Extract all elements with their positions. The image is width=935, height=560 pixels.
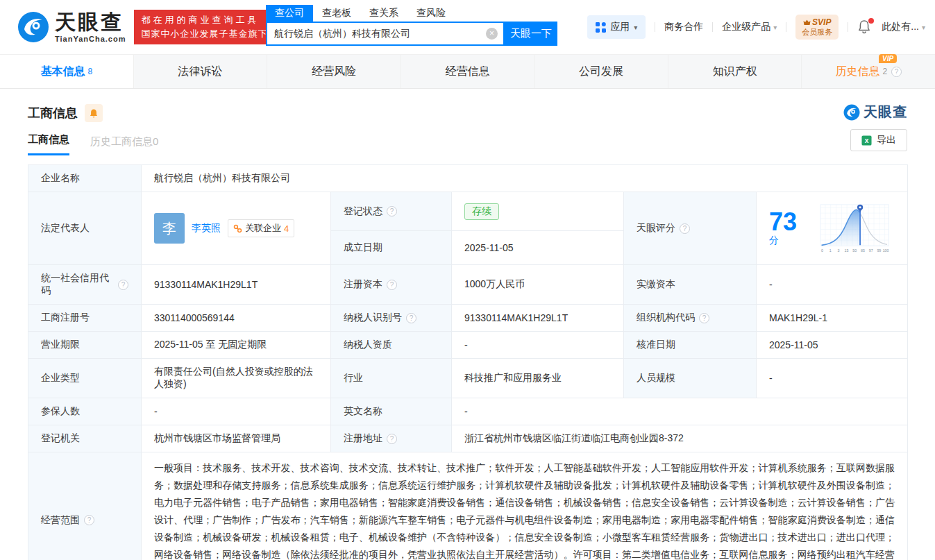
field-label: 成立日期 [331, 231, 452, 265]
export-button[interactable]: x 导出 [850, 129, 907, 151]
bell-icon [89, 108, 99, 119]
account-label: 此处有... [882, 21, 919, 33]
divider [655, 22, 655, 32]
account-menu[interactable]: 此处有... ▾ [882, 21, 925, 33]
field-value: MAK1H29L-1 [757, 305, 908, 332]
subscribe-bell-button[interactable] [85, 104, 103, 122]
business-registration-table: 企业名称 航行锐启（杭州）科技有限公司 法定代表人 李 李英照 关联企业 4 [28, 164, 908, 560]
subtab-business-registration[interactable]: 工商信息 [28, 133, 69, 155]
field-label: 天眼评分 ? [624, 192, 757, 265]
help-icon[interactable]: ? [118, 280, 128, 290]
field-label: 英文名称 [331, 398, 452, 425]
field-value: 91330114MAK1H29L1T [142, 265, 331, 305]
tianyancha-logo-icon [843, 104, 860, 121]
company-name-value: 航行锐启（杭州）科技有限公司 [142, 165, 908, 192]
svg-text:0: 0 [821, 248, 823, 253]
related-companies-badge[interactable]: 关联企业 4 [228, 219, 294, 237]
svip-member-button[interactable]: SVIP 会员服务 [795, 15, 839, 40]
business-scope-text: 一般项目：技术服务、技术开发、技术咨询、技术交流、技术转让、技术推广；软件开发；… [154, 459, 895, 560]
field-label: 注册资本 ? [331, 265, 452, 305]
field-label: 经营范围 ? [28, 452, 142, 560]
brand-domain: TianYanCha.com [55, 35, 126, 43]
svg-text:50: 50 [853, 248, 857, 253]
search-tab-risk[interactable]: 查风险 [407, 5, 455, 22]
svg-text:100: 100 [883, 248, 889, 253]
tab-basic-info[interactable]: 基本信息 8 [0, 55, 134, 88]
section-title: 工商信息 [28, 105, 78, 121]
chevron-down-icon: ▾ [922, 24, 925, 31]
field-value: 2025-11-05 至 无固定期限 [142, 332, 331, 359]
field-value: 2025-11-05 [452, 231, 624, 265]
field-value: 91330114MAK1H29L1T [452, 305, 624, 332]
field-label: 法定代表人 [28, 192, 142, 265]
svg-text:99: 99 [877, 248, 882, 253]
field-value: - [452, 332, 624, 359]
site-logo[interactable]: 天眼查 TianYanCha.com [17, 11, 126, 43]
help-icon[interactable]: ? [891, 67, 902, 77]
notification-bell-button[interactable] [857, 19, 873, 35]
top-nav: 应用 ▾ 商务合作 企业级产品 ▾ SVIP 会员服务 [587, 0, 925, 54]
field-label: 登记状态 ? [331, 192, 452, 231]
table-row: 法定代表人 李 李英照 关联企业 4 登记状态 ? [28, 192, 908, 231]
tab-count: 8 [87, 67, 92, 76]
legal-rep-link[interactable]: 李英照 [192, 222, 221, 235]
tab-legal-lawsuits[interactable]: 法律诉讼 [134, 55, 268, 88]
field-value: 科技推广和应用服务业 [452, 359, 624, 398]
nav-enterprise-products[interactable]: 企业级产品 ▾ [722, 21, 777, 33]
search-submit-button[interactable]: 天眼一下 [505, 22, 557, 46]
score-distribution-chart: 0 1 3 15 50 85 97 99 100 [815, 202, 895, 255]
svg-text:15: 15 [845, 248, 849, 253]
search-tab-boss[interactable]: 查老板 [313, 5, 360, 22]
legal-rep-avatar[interactable]: 李 [154, 213, 185, 244]
table-row: 工商注册号 330114000569144 纳税人识别号 ? 91330114M… [28, 305, 908, 332]
tab-count: 2 [882, 67, 887, 76]
section-header: 工商信息 天眼查 [28, 104, 907, 122]
subtab-history-registration[interactable]: 历史工商信息0 [90, 135, 158, 155]
help-icon[interactable]: ? [387, 434, 397, 444]
help-icon[interactable]: ? [387, 280, 397, 290]
table-row: 营业期限 2025-11-05 至 无固定期限 纳税人资质 - 核准日期 202… [28, 332, 908, 359]
apps-menu-button[interactable]: 应用 ▾ [587, 15, 646, 39]
help-icon[interactable]: ? [680, 223, 690, 234]
table-row: 企业类型 有限责任公司(自然人投资或控股的法人独资) 行业 科技推广和应用服务业… [28, 359, 908, 398]
field-label: 企业名称 [28, 165, 142, 192]
help-icon[interactable]: ? [84, 515, 94, 525]
search-tab-relation[interactable]: 查关系 [360, 5, 407, 22]
tab-business-info[interactable]: 经营信息 [401, 55, 535, 88]
tab-history-info[interactable]: 历史信息 2 VIP ? [802, 55, 935, 88]
field-label: 行业 [331, 359, 452, 398]
tab-company-development[interactable]: 公司发展 [534, 55, 668, 88]
clear-search-icon[interactable]: × [486, 28, 498, 40]
svg-text:85: 85 [861, 248, 865, 253]
table-row: 登记机关 杭州市钱塘区市场监督管理局 注册地址 ? 浙江省杭州市钱塘区临江街道临… [28, 425, 908, 452]
field-value: 浙江省杭州市钱塘区临江街道临江电商创业园8-372 [452, 425, 908, 452]
help-icon[interactable]: ? [699, 313, 709, 323]
svg-text:3: 3 [838, 248, 840, 253]
slogan-line2: 国家中小企业发展子基金旗下机构 [141, 27, 287, 41]
help-icon[interactable]: ? [387, 206, 397, 217]
table-row: 统一社会信用代码 ? 91330114MAK1H29L1T 注册资本 ? 100… [28, 265, 908, 305]
field-label: 组织机构代码 ? [624, 305, 757, 332]
field-value: 2025-11-05 [757, 332, 908, 359]
apps-label: 应用 [610, 21, 630, 33]
field-label: 工商注册号 [28, 305, 142, 332]
tab-operating-risk[interactable]: 经营风险 [267, 55, 401, 88]
field-label: 纳税人资质 [331, 332, 452, 359]
field-label: 参保人数 [28, 398, 142, 425]
chevron-down-icon: ▾ [634, 24, 637, 31]
notification-dot [868, 18, 874, 24]
field-label: 企业类型 [28, 359, 142, 398]
tab-intellectual-property[interactable]: 知识产权 [668, 55, 802, 88]
search-input[interactable] [267, 23, 503, 44]
table-row: 经营范围 ? 一般项目：技术服务、技术开发、技术咨询、技术交流、技术转让、技术推… [28, 452, 908, 560]
field-label: 实缴资本 [624, 265, 757, 305]
score-unit: 分 [769, 235, 779, 246]
subtab-row: 工商信息 历史工商信息0 x 导出 [28, 133, 907, 156]
slogan-line1: 都在用的商业查询工具 [141, 13, 287, 27]
tianyan-score: 73分 [769, 199, 895, 257]
search-tab-company[interactable]: 查公司 [266, 5, 313, 22]
nav-cooperation[interactable]: 商务合作 [664, 21, 703, 33]
help-icon[interactable]: ? [406, 313, 416, 323]
field-value: - [452, 398, 908, 425]
field-label: 纳税人识别号 ? [331, 305, 452, 332]
